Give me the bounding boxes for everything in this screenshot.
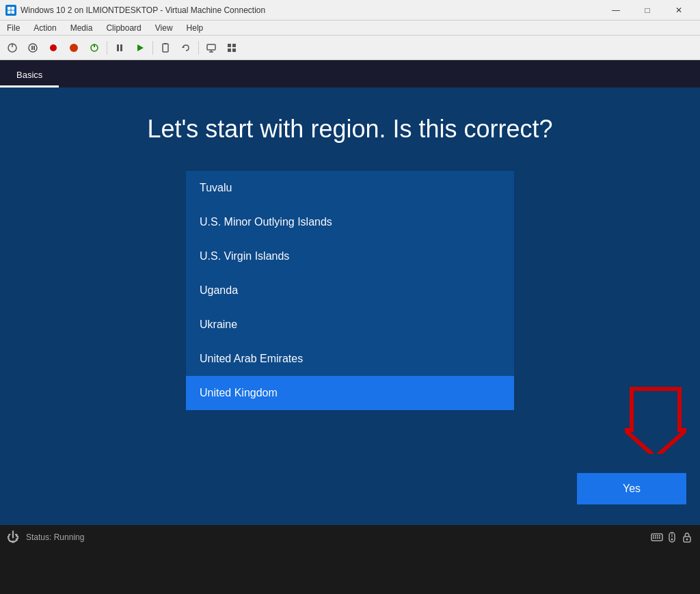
svg-rect-33 [655,537,656,539]
svg-rect-17 [164,43,167,44]
svg-point-40 [686,539,688,541]
svg-rect-22 [228,44,231,47]
region-item-us-minor[interactable]: U.S. Minor Outlying Islands [186,205,514,239]
region-item-uganda[interactable]: Uganda [186,273,514,308]
app-icon [5,5,16,16]
svg-rect-2 [8,10,11,14]
svg-rect-29 [655,535,656,537]
menu-bar: File Action Media Clipboard View Help [0,21,700,36]
region-list-container: Tuvalu U.S. Minor Outlying Islands U.S. … [186,171,514,410]
region-item-ukraine[interactable]: Ukraine [186,308,514,342]
toolbar-record[interactable] [44,38,63,57]
svg-rect-1 [12,7,15,10]
close-button[interactable]: ✕ [663,0,695,21]
toolbar-ctrl2[interactable] [64,38,83,57]
svg-rect-14 [120,44,122,51]
toolbar-screen[interactable] [202,38,221,57]
minimize-button[interactable]: — [600,0,632,21]
svg-rect-24 [228,49,231,52]
svg-point-38 [671,539,673,541]
menu-view[interactable]: View [148,21,180,35]
status-icon: ⏻ [7,530,19,545]
region-item-tuvalu[interactable]: Tuvalu [186,171,514,205]
svg-rect-13 [117,44,119,51]
toolbar-play[interactable] [131,38,150,57]
vm-content: Let's start with region. Is this correct… [0,87,700,525]
yes-button-container: Yes [577,473,686,504]
status-bar: ⏻ Status: Running [0,525,700,550]
region-item-uk[interactable]: United Kingdom [186,376,514,410]
toolbar-power2[interactable] [85,38,104,57]
toolbar-clipboard[interactable] [156,38,175,57]
toolbar-sep1 [107,41,107,55]
title-bar: Windows 10 2 on ILMIONTDESKTOP - Virtual… [0,0,700,21]
svg-rect-8 [33,46,35,50]
menu-action[interactable]: Action [27,21,63,35]
svg-rect-28 [653,535,654,537]
svg-rect-3 [12,10,15,14]
region-item-us-virgin[interactable]: U.S. Virgin Islands [186,239,514,273]
window-controls: — □ ✕ [600,0,695,21]
region-list[interactable]: Tuvalu U.S. Minor Outlying Islands U.S. … [186,171,514,410]
svg-rect-30 [657,535,658,537]
svg-rect-31 [659,535,660,537]
toolbar-ctrl1[interactable] [23,38,42,57]
menu-clipboard[interactable]: Clipboard [99,21,148,35]
svg-rect-7 [31,46,33,50]
lock-icon [681,531,693,543]
status-text: Status: Running [26,532,84,542]
menu-media[interactable]: Media [64,21,100,35]
maximize-button[interactable]: □ [632,0,663,21]
toolbar-sep3 [198,41,199,55]
toolbar-power[interactable] [3,38,22,57]
window-title: Windows 10 2 on ILMIONTDESKTOP - Virtual… [21,5,596,15]
region-item-uae[interactable]: United Arab Emirates [186,342,514,376]
toolbar-grid[interactable] [222,38,241,57]
svg-rect-34 [657,537,658,539]
svg-rect-25 [232,49,236,52]
svg-rect-19 [207,44,215,50]
menu-file[interactable]: File [0,21,27,35]
svg-rect-16 [163,44,168,52]
page-heading: Let's start with region. Is this correct… [147,115,552,144]
svg-point-9 [50,44,57,51]
toolbar-undo[interactable] [176,38,196,57]
svg-point-10 [70,44,78,52]
svg-rect-35 [659,537,660,539]
toolbar-pause[interactable] [110,38,129,57]
tabs-area: Basics [0,60,700,87]
red-arrow-annotation [625,386,686,457]
menu-help[interactable]: Help [180,21,211,35]
mouse-icon [666,531,678,543]
tab-basics[interactable]: Basics [0,64,59,87]
toolbar-sep2 [152,41,153,55]
yes-button[interactable]: Yes [577,473,686,504]
keyboard-icon [651,531,663,543]
svg-rect-32 [653,537,654,539]
status-right-icons [651,531,693,543]
svg-rect-23 [232,44,236,47]
toolbar [0,36,700,60]
svg-marker-26 [625,389,686,454]
svg-rect-0 [8,7,11,10]
svg-marker-15 [137,44,144,51]
